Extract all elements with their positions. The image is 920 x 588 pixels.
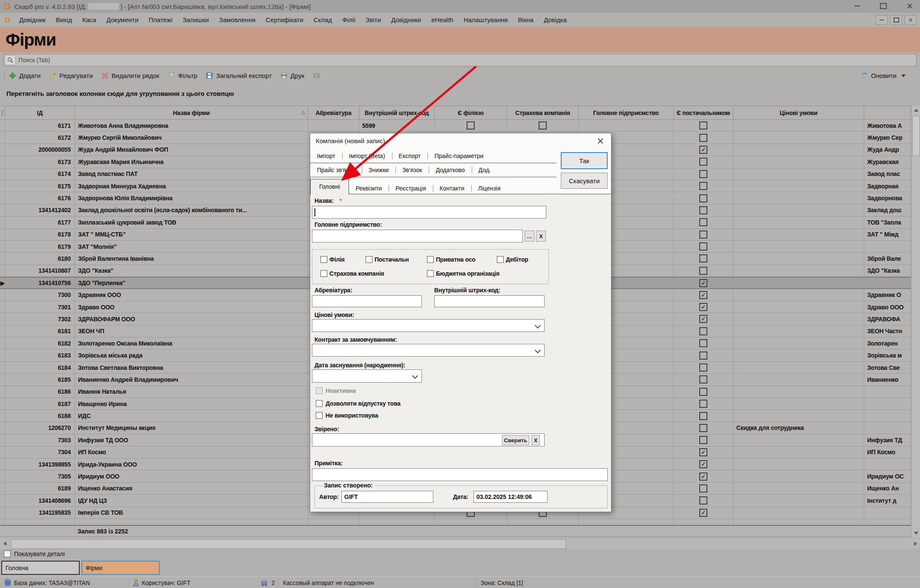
menu-item-Платежі[interactable]: Платежі — [144, 16, 178, 23]
checkbox-supplier[interactable] — [699, 170, 707, 178]
default-contract-select[interactable] — [312, 344, 545, 357]
column-header-Внутрішній штрих-код[interactable]: Внутрішній штрих-код — [359, 106, 435, 119]
checkbox-supplier[interactable] — [699, 424, 707, 432]
checkbox-supplier[interactable] — [699, 436, 707, 444]
checkbox-supplier[interactable] — [699, 242, 707, 251]
tab-Ліцензія[interactable]: Ліцензія — [471, 182, 508, 194]
toolbar-button-Загальний експорт[interactable]: Загальний експорт — [206, 72, 272, 79]
menu-item-Сертифікати[interactable]: Сертифікати — [261, 16, 309, 23]
cancel-button[interactable]: Скасувати — [561, 173, 608, 189]
tab-Прайс-параметри[interactable]: Прайс-параметри — [427, 150, 490, 162]
tab-Зв'язок[interactable]: Зв'язок — [395, 164, 429, 176]
menu-item-Довідники[interactable]: Довідники — [386, 16, 426, 23]
checkbox-supplier-checked[interactable]: ✓ — [699, 279, 707, 287]
menu-item-Документи[interactable]: Документи — [101, 16, 144, 23]
tab-Прайс зв'язки[interactable]: Прайс зв'язки — [310, 164, 362, 176]
menu-item-Довідка[interactable]: Довідка — [539, 16, 572, 23]
flag-Страхова компанія[interactable]: Страхова компанія — [320, 270, 384, 277]
checkbox-supplier[interactable] — [699, 363, 707, 372]
refresh-dropdown-arrow[interactable] — [901, 75, 906, 77]
show-details-checkbox[interactable] — [4, 551, 11, 557]
ok-button[interactable]: Так — [561, 152, 608, 169]
column-header-Є постачальником[interactable]: Є постачальником — [674, 106, 733, 119]
column-header-Страхова компанія[interactable]: Страхова компанія — [507, 106, 579, 119]
column-chooser[interactable] — [0, 106, 5, 119]
checkbox-supplier-checked[interactable]: ✓ — [699, 509, 707, 517]
toolbar-button-Фільтр[interactable]: Фільтр — [168, 72, 197, 79]
checkbox-supplier-checked[interactable]: ✓ — [699, 146, 707, 154]
checkbox-supplier[interactable] — [699, 339, 707, 347]
toolbar-button-columns[interactable] — [313, 72, 320, 79]
checkbox-supplier[interactable] — [699, 231, 707, 239]
checkbox-supplier[interactable] — [699, 375, 707, 383]
flag-Приватна осо[interactable]: Приватна осо — [427, 256, 476, 263]
vertical-scrollbar[interactable] — [911, 106, 920, 538]
scroll-left-button[interactable] — [0, 539, 9, 549]
vertical-scroll-thumb[interactable] — [912, 116, 920, 156]
toolbar-button-Додати[interactable]: Додати — [9, 72, 40, 79]
column-header-Є філією[interactable]: Є філією — [435, 106, 507, 119]
mdi-restore-button[interactable] — [890, 15, 902, 25]
founded-date-select[interactable] — [312, 369, 422, 383]
checkbox-supplier[interactable] — [699, 121, 707, 130]
checkbox-supplier[interactable] — [699, 267, 707, 275]
menu-item-Довідник[interactable]: Довідник — [14, 16, 51, 23]
tab-Реєстрація[interactable]: Реєстрація — [389, 182, 433, 194]
column-header-ІД[interactable]: ІД — [5, 106, 75, 119]
toolbar-button-Видалити рядок[interactable]: Видалити рядок — [101, 72, 159, 79]
checkbox-supplier-checked[interactable]: ✓ — [699, 473, 707, 481]
tab-Додатково[interactable]: Додатково — [429, 164, 471, 176]
window-tab-Головна[interactable]: Головна — [1, 561, 80, 575]
note-input[interactable] — [312, 468, 608, 481]
search-input[interactable] — [17, 56, 916, 64]
parent-company-input[interactable] — [312, 230, 523, 242]
checkbox-supplier-checked[interactable]: ✓ — [699, 291, 707, 299]
scroll-up-button[interactable] — [911, 106, 920, 115]
horizontal-scroll-thumb[interactable] — [11, 539, 566, 549]
menu-item-Каса[interactable]: Каса — [77, 16, 101, 23]
flag-checkbox-Дебітор[interactable] — [497, 256, 504, 263]
tab-Імпорт (Beta)[interactable]: Імпорт (Beta) — [342, 150, 392, 162]
column-header-Назва фірми[interactable]: Назва фірми△ — [75, 106, 308, 119]
mdi-close-button[interactable] — [905, 15, 917, 25]
checkbox-branch[interactable] — [467, 121, 475, 130]
flag-Постачальн[interactable]: Постачальн — [366, 256, 409, 263]
refresh-button[interactable]: Оновити — [861, 72, 906, 79]
parent-clear-button[interactable]: X — [536, 231, 546, 242]
allow-dispense-checkbox[interactable] — [316, 400, 323, 407]
toolbar-drag-handle[interactable] — [3, 71, 6, 81]
scroll-down-button[interactable] — [911, 529, 920, 538]
checkbox-supplier[interactable] — [699, 352, 707, 360]
tab-Контакти[interactable]: Контакти — [433, 182, 471, 194]
mdi-minimize-button[interactable] — [876, 15, 888, 25]
checkbox-supplier-checked[interactable]: ✓ — [699, 315, 707, 323]
tab-Реквізити[interactable]: Реквізити — [349, 182, 389, 194]
flag-checkbox-Філія[interactable] — [320, 256, 327, 263]
parent-browse-button[interactable]: … — [525, 231, 534, 242]
maximize-button[interactable] — [877, 1, 889, 11]
column-header-extra[interactable] — [864, 106, 911, 119]
checkbox-supplier[interactable] — [699, 412, 707, 420]
checkbox-supplier[interactable] — [699, 206, 707, 214]
menu-item-Замовлення[interactable]: Замовлення — [214, 16, 260, 23]
flag-Філія[interactable]: Філія — [320, 256, 345, 263]
menu-item-Налаштування[interactable]: Налаштування — [459, 16, 513, 23]
checkbox-supplier[interactable] — [699, 400, 707, 408]
column-header-Цінові умови[interactable]: Цінові умови — [733, 106, 864, 119]
minimize-button[interactable] — [851, 1, 863, 11]
menu-item-Звіти[interactable]: Звіти — [361, 16, 386, 23]
internal-barcode-input[interactable] — [434, 295, 545, 307]
window-tab-Фірми[interactable]: Фірми — [81, 561, 160, 575]
flag-Дебітор[interactable]: Дебітор — [497, 256, 528, 263]
checkbox-insurance[interactable] — [539, 121, 547, 130]
checkbox-supplier[interactable] — [699, 496, 707, 504]
menu-item-Вікна[interactable]: Вікна — [513, 16, 539, 23]
checkbox-supplier-checked[interactable]: ✓ — [699, 460, 707, 468]
checkbox-supplier[interactable] — [699, 134, 707, 142]
checkbox-supplier[interactable] — [699, 484, 707, 493]
price-terms-select[interactable] — [312, 319, 545, 332]
flag-checkbox-Бюджетна організація[interactable] — [427, 270, 434, 277]
checkbox-supplier[interactable] — [699, 218, 707, 226]
tab-Дод.[interactable]: Дод. — [472, 164, 498, 176]
checkbox-supplier[interactable] — [699, 158, 707, 166]
